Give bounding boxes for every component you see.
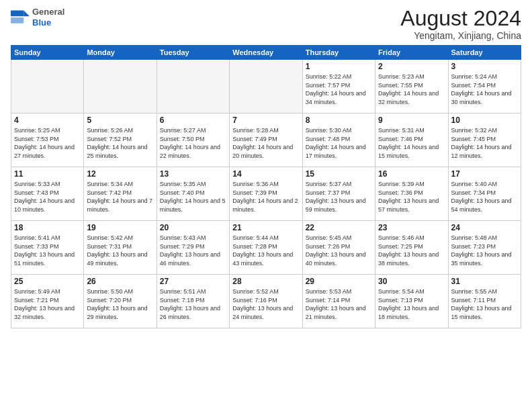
calendar-cell: 22Sunrise: 5:45 AM Sunset: 7:26 PM Dayli…	[302, 221, 375, 275]
day-info: Sunrise: 5:30 AM Sunset: 7:48 PM Dayligh…	[306, 126, 372, 160]
calendar-cell: 27Sunrise: 5:51 AM Sunset: 7:18 PM Dayli…	[157, 275, 229, 328]
calendar-cell: 12Sunrise: 5:34 AM Sunset: 7:42 PM Dayli…	[84, 167, 157, 221]
calendar-cell	[84, 60, 157, 113]
calendar-cell: 23Sunrise: 5:46 AM Sunset: 7:25 PM Dayli…	[375, 221, 448, 275]
day-info: Sunrise: 5:32 AM Sunset: 7:45 PM Dayligh…	[451, 126, 518, 160]
day-info: Sunrise: 5:50 AM Sunset: 7:20 PM Dayligh…	[87, 287, 153, 321]
day-info: Sunrise: 5:42 AM Sunset: 7:31 PM Dayligh…	[87, 234, 153, 267]
day-info: Sunrise: 5:55 AM Sunset: 7:11 PM Dayligh…	[451, 287, 518, 321]
day-number: 5	[87, 116, 153, 125]
day-number: 9	[378, 116, 445, 125]
page: General Blue August 2024 Yengitam, Xinji…	[0, 0, 532, 411]
day-number: 11	[14, 169, 81, 179]
calendar-cell: 10Sunrise: 5:32 AM Sunset: 7:45 PM Dayli…	[448, 113, 521, 167]
calendar-cell: 4Sunrise: 5:25 AM Sunset: 7:53 PM Daylig…	[11, 113, 84, 167]
col-saturday: Saturday	[448, 46, 521, 60]
day-number: 23	[378, 223, 445, 232]
calendar-cell: 30Sunrise: 5:54 AM Sunset: 7:13 PM Dayli…	[375, 275, 448, 328]
calendar-cell: 11Sunrise: 5:33 AM Sunset: 7:43 PM Dayli…	[11, 167, 84, 221]
logo: General Blue	[11, 7, 64, 28]
day-number: 30	[378, 277, 445, 286]
day-number: 18	[14, 223, 81, 232]
calendar-cell: 19Sunrise: 5:42 AM Sunset: 7:31 PM Dayli…	[84, 221, 157, 275]
day-info: Sunrise: 5:44 AM Sunset: 7:28 PM Dayligh…	[232, 234, 299, 267]
calendar-cell: 7Sunrise: 5:28 AM Sunset: 7:49 PM Daylig…	[230, 113, 302, 167]
calendar-header-row: Sunday Monday Tuesday Wednesday Thursday…	[11, 46, 521, 60]
calendar-cell: 8Sunrise: 5:30 AM Sunset: 7:48 PM Daylig…	[302, 113, 375, 167]
calendar-cell: 29Sunrise: 5:53 AM Sunset: 7:14 PM Dayli…	[302, 275, 375, 328]
day-number: 16	[378, 169, 445, 179]
calendar-week-3: 11Sunrise: 5:33 AM Sunset: 7:43 PM Dayli…	[11, 167, 521, 221]
col-sunday: Sunday	[11, 46, 84, 60]
header: General Blue August 2024 Yengitam, Xinji…	[11, 7, 521, 41]
calendar-week-4: 18Sunrise: 5:41 AM Sunset: 7:33 PM Dayli…	[11, 221, 521, 275]
calendar-week-1: 1Sunrise: 5:22 AM Sunset: 7:57 PM Daylig…	[11, 60, 521, 113]
day-info: Sunrise: 5:37 AM Sunset: 7:37 PM Dayligh…	[306, 180, 372, 214]
day-info: Sunrise: 5:34 AM Sunset: 7:42 PM Dayligh…	[87, 180, 153, 214]
calendar-cell: 24Sunrise: 5:48 AM Sunset: 7:23 PM Dayli…	[448, 221, 521, 275]
day-number: 8	[306, 116, 372, 125]
calendar-cell: 9Sunrise: 5:31 AM Sunset: 7:46 PM Daylig…	[375, 113, 448, 167]
calendar-cell: 20Sunrise: 5:43 AM Sunset: 7:29 PM Dayli…	[157, 221, 229, 275]
day-info: Sunrise: 5:28 AM Sunset: 7:49 PM Dayligh…	[232, 126, 299, 160]
col-tuesday: Tuesday	[157, 46, 229, 60]
location: Yengitam, Xinjiang, China	[400, 30, 521, 41]
col-monday: Monday	[84, 46, 157, 60]
day-info: Sunrise: 5:24 AM Sunset: 7:54 PM Dayligh…	[451, 73, 518, 106]
day-info: Sunrise: 5:48 AM Sunset: 7:23 PM Dayligh…	[451, 234, 518, 267]
day-number: 22	[306, 223, 372, 232]
calendar-cell: 3Sunrise: 5:24 AM Sunset: 7:54 PM Daylig…	[448, 60, 521, 113]
calendar-cell: 31Sunrise: 5:55 AM Sunset: 7:11 PM Dayli…	[448, 275, 521, 328]
calendar-cell	[230, 60, 302, 113]
calendar-cell: 16Sunrise: 5:39 AM Sunset: 7:36 PM Dayli…	[375, 167, 448, 221]
calendar-cell: 15Sunrise: 5:37 AM Sunset: 7:37 PM Dayli…	[302, 167, 375, 221]
title-block: August 2024 Yengitam, Xinjiang, China	[400, 7, 521, 41]
svg-rect-2	[11, 17, 24, 24]
day-info: Sunrise: 5:45 AM Sunset: 7:26 PM Dayligh…	[306, 234, 372, 267]
day-number: 7	[232, 116, 299, 125]
day-info: Sunrise: 5:36 AM Sunset: 7:39 PM Dayligh…	[232, 180, 299, 214]
calendar-cell: 5Sunrise: 5:26 AM Sunset: 7:52 PM Daylig…	[84, 113, 157, 167]
day-info: Sunrise: 5:25 AM Sunset: 7:53 PM Dayligh…	[14, 126, 81, 160]
day-number: 21	[232, 223, 299, 232]
svg-marker-0	[24, 10, 30, 16]
calendar-week-2: 4Sunrise: 5:25 AM Sunset: 7:53 PM Daylig…	[11, 113, 521, 167]
day-number: 12	[87, 169, 153, 179]
day-info: Sunrise: 5:27 AM Sunset: 7:50 PM Dayligh…	[160, 126, 226, 160]
calendar-cell: 6Sunrise: 5:27 AM Sunset: 7:50 PM Daylig…	[157, 113, 229, 167]
day-number: 10	[451, 116, 518, 125]
day-info: Sunrise: 5:40 AM Sunset: 7:34 PM Dayligh…	[451, 180, 518, 214]
calendar-cell: 2Sunrise: 5:23 AM Sunset: 7:55 PM Daylig…	[375, 60, 448, 113]
day-number: 20	[160, 223, 226, 232]
day-number: 2	[378, 62, 445, 71]
day-info: Sunrise: 5:39 AM Sunset: 7:36 PM Dayligh…	[378, 180, 445, 214]
day-info: Sunrise: 5:33 AM Sunset: 7:43 PM Dayligh…	[14, 180, 81, 214]
day-info: Sunrise: 5:49 AM Sunset: 7:21 PM Dayligh…	[14, 287, 81, 321]
logo-blue: Blue	[32, 17, 64, 28]
day-number: 17	[451, 169, 518, 179]
day-info: Sunrise: 5:35 AM Sunset: 7:40 PM Dayligh…	[160, 180, 226, 214]
logo-text: General Blue	[32, 7, 64, 28]
day-info: Sunrise: 5:23 AM Sunset: 7:55 PM Dayligh…	[378, 73, 445, 106]
day-info: Sunrise: 5:22 AM Sunset: 7:57 PM Dayligh…	[306, 73, 372, 106]
day-number: 1	[306, 62, 372, 71]
day-info: Sunrise: 5:53 AM Sunset: 7:14 PM Dayligh…	[306, 287, 372, 321]
day-info: Sunrise: 5:54 AM Sunset: 7:13 PM Dayligh…	[378, 287, 445, 321]
day-number: 3	[451, 62, 518, 71]
day-number: 4	[14, 116, 81, 125]
day-number: 14	[232, 169, 299, 179]
day-number: 26	[87, 277, 153, 286]
calendar-cell	[11, 60, 84, 113]
day-info: Sunrise: 5:51 AM Sunset: 7:18 PM Dayligh…	[160, 287, 226, 321]
day-number: 13	[160, 169, 226, 179]
col-friday: Friday	[375, 46, 448, 60]
calendar-cell: 26Sunrise: 5:50 AM Sunset: 7:20 PM Dayli…	[84, 275, 157, 328]
day-number: 27	[160, 277, 226, 286]
day-info: Sunrise: 5:52 AM Sunset: 7:16 PM Dayligh…	[232, 287, 299, 321]
day-number: 6	[160, 116, 226, 125]
day-info: Sunrise: 5:41 AM Sunset: 7:33 PM Dayligh…	[14, 234, 81, 267]
calendar-cell: 25Sunrise: 5:49 AM Sunset: 7:21 PM Dayli…	[11, 275, 84, 328]
day-number: 19	[87, 223, 153, 232]
day-info: Sunrise: 5:46 AM Sunset: 7:25 PM Dayligh…	[378, 234, 445, 267]
day-info: Sunrise: 5:31 AM Sunset: 7:46 PM Dayligh…	[378, 126, 445, 160]
